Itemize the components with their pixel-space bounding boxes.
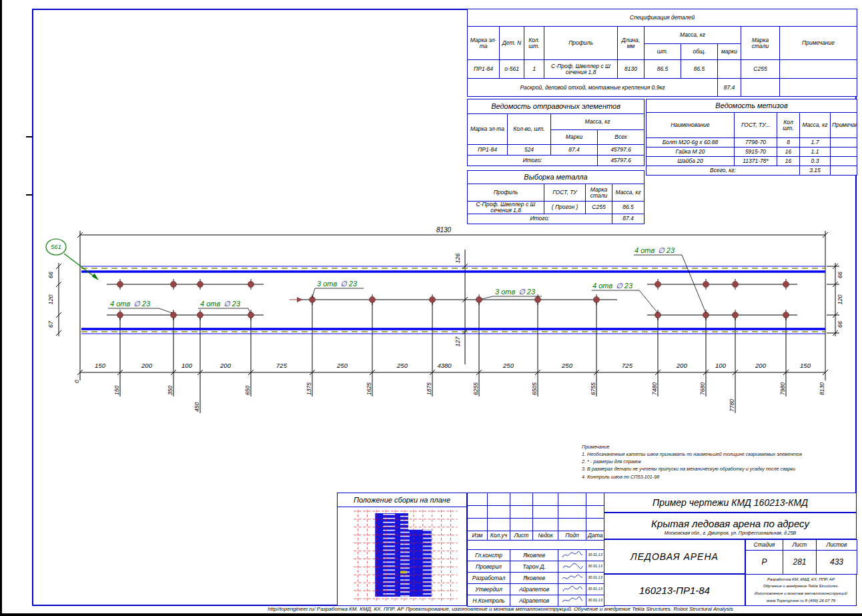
dim-label: 725 [276,362,288,369]
cell [718,60,741,79]
station-label: 6255 [472,382,479,395]
metal-table: Выборка металла Профиль ГОСТ, ТУ Марка с… [467,170,644,224]
sign-role: Н.Контроль [468,595,510,607]
callout-size: 23 [348,280,358,288]
callout-text: 4 отв [110,300,130,308]
dim-label: 120 [837,294,843,304]
station-label: 6505 [531,382,538,395]
spec-table: Спецификация деталей Марка эл-та Дет. N … [467,9,857,97]
col-header: Примечание [831,113,857,138]
cell [468,506,488,519]
cell: 86.5 [644,60,681,79]
col-header: Подп [558,531,586,541]
signature-scribble [558,550,586,561]
cell: Гайка М 20 [646,147,735,157]
cell [510,506,533,519]
dim-label: 67 [47,320,54,328]
callout-text: 3 отв [495,288,515,296]
table-row [468,519,604,531]
cell [468,493,488,506]
callout-size: 23 [232,300,241,308]
dim-label: 150 [95,362,106,369]
total-label: Всего, кг: [646,166,800,176]
revision-table: Изм Кол.уч Лист №док Подп Дата [467,493,604,550]
table-row: Р 281 433 [746,551,857,575]
dim-label: 100 [715,362,727,369]
station-labels: 0 150 350 450 650 1375 1625 1875 6255 65… [73,380,825,412]
stage-value: Р [746,551,783,575]
signature-table: Гл.констр Яковлев 30.01.13 Проверил Таро… [467,549,604,607]
cell [558,519,586,531]
object-name: Крытая ледовая арена по адресу [651,517,809,531]
station-label: 350 [167,386,173,395]
drawing-sheet: 8130 150 200 100 200 725 250 250 4380 25… [0,0,862,616]
cell: 87.4 [551,145,598,156]
table-title: Спецификация деталей [468,9,857,27]
shipping-table: Ведомость отправочных элементов Марка эл… [467,99,644,166]
cell: ПР1-84 [468,60,500,79]
col-header: Стадия [746,540,783,551]
diameter-icon: ∅ [658,246,665,254]
dim-label: 250 [396,362,408,369]
notes-title: Примечание [582,443,862,450]
col-header: Примечание [780,27,857,60]
dim-label: 126 [454,253,461,263]
cell: 524 [508,145,551,156]
total-label: Итого: [468,214,612,224]
sign-name: Айрапетов [510,595,558,607]
station-label: 1375 [306,382,312,395]
table-row: Ведомость метизов [646,99,857,113]
table-row: Болт М20-6g х 60.88 7798-70 8 1.7 [646,138,857,147]
callout-text: 4 отв [200,300,220,308]
sign-date: 30.01.13 [586,584,604,595]
dim-label: 66 [837,321,843,328]
col-header: Марка стали [741,27,780,60]
table-row: Спецификация деталей [468,9,857,27]
col-header: Длина, мм [618,27,644,60]
cell: 86.5 [612,202,644,214]
col-header: марки [718,44,741,60]
col-header: Кол-во, шт. [508,114,551,145]
cell [510,493,533,506]
object-address: Московская обл., г. Дмитров, ул. Професс… [665,531,796,535]
sign-name: Яковлев [510,573,558,584]
dim-label: 120 [47,294,54,304]
object-box: Крытая ледовая арена по адресу Московска… [604,513,857,539]
cell [468,519,488,531]
total-value: 45797.6 [598,156,644,166]
cell: ( Прогон ) [544,202,586,214]
callout-size: 23 [141,300,151,308]
hole-callout: 4 отв∅23 [110,300,151,308]
cell [780,79,857,97]
plan-box: Положение сборки на плане [337,493,467,606]
cell: С255 [741,60,780,79]
col-header: ГОСТ, ТУ... [735,113,777,138]
col-header: Всех [598,130,644,145]
diameter-icon: ∅ [133,300,140,308]
hole-callout: 4 отв∅23 [634,246,675,254]
station-label: 7980 [779,382,786,395]
station-label: 6755 [590,382,596,395]
sign-date: 30.01.13 [586,550,604,561]
cell [488,519,510,531]
diameter-icon: ∅ [616,282,622,290]
cell: 1.1 [800,147,831,157]
waste-label: Раскрой, деловой отход, монтажные крепле… [468,79,718,97]
diameter-icon: ∅ [518,288,525,296]
dim-label: 200 [141,362,153,369]
col-header: Кол. шт. [524,27,544,60]
table-row: Марка эл-та Кол-во, шт. Масса, кг [468,114,644,130]
dim-label: 200 [676,362,688,369]
dim-label: 250 [561,362,573,369]
cell: 86.5 [681,60,718,79]
table-row: Наименование ГОСТ, ТУ... Кол шт. Масса, … [646,113,857,138]
station-label: 150 [113,386,120,395]
cell: 8130 [618,60,644,79]
col-header: Дата [586,531,604,541]
cell [558,493,586,506]
company-line: Изготовление и монтаж металлоконструкций [755,590,847,597]
dim-label: 250 [336,362,348,369]
cell: С-Проф. Швеллер с Ш сечения 1,8 [544,60,618,79]
col-header: Масса, кг [800,113,831,138]
station-label: 0 [73,380,80,383]
